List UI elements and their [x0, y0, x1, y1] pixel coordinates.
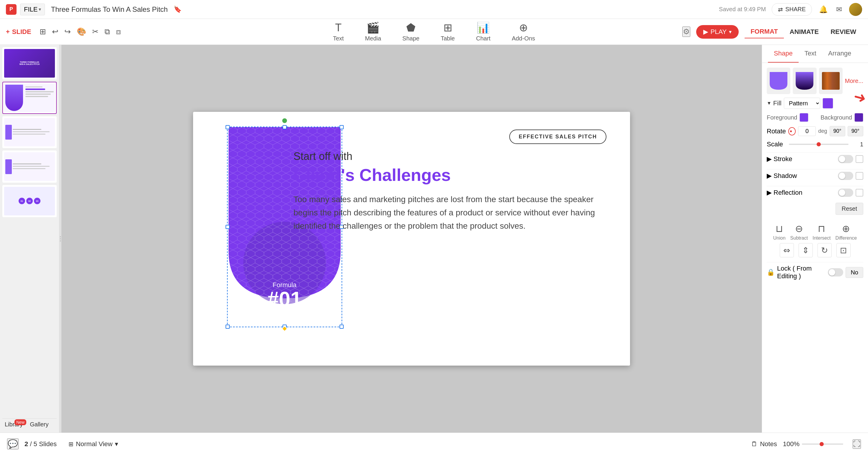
tab-text[interactable]: Text — [799, 45, 822, 63]
slide-canvas[interactable]: EFFECTIVE SALES PITCH — [193, 112, 630, 366]
flip-h-op[interactable]: ⇔ — [780, 243, 794, 257]
background-swatch[interactable] — [855, 113, 863, 122]
messages-icon[interactable]: ✉ — [835, 4, 843, 15]
subtract-op[interactable]: ⊖ Subtract — [790, 223, 808, 241]
slide-thumb-4[interactable]: 4 — [2, 151, 57, 183]
slide-add-button[interactable]: + SLIDE — [6, 28, 31, 36]
tab-shape[interactable]: Shape — [768, 45, 799, 63]
animate-tab[interactable]: ANIMATE — [784, 26, 825, 38]
handle-bottom-center[interactable] — [283, 325, 287, 329]
notes-button[interactable]: 🗒 Notes — [751, 440, 777, 448]
reflection-row: ▶ Reflection — [767, 186, 863, 199]
background-item: Background — [820, 113, 863, 122]
view-selector[interactable]: ⊞ Normal View ▾ — [68, 440, 118, 448]
text-tool[interactable]: T Text — [322, 19, 354, 44]
canvas-area: EFFECTIVE SALES PITCH — [61, 45, 762, 432]
grid-view-button[interactable]: ⊞ — [37, 25, 49, 38]
format-tab[interactable]: FORMAT — [745, 25, 783, 38]
crop-op[interactable]: ⊡ — [836, 243, 850, 257]
rotate-input[interactable] — [798, 126, 816, 136]
document-title: Three Formulas To Win A Sales Pitch — [51, 5, 168, 13]
settings-icon[interactable]: ⚙ — [682, 27, 690, 37]
paste-button[interactable]: ⧈ — [114, 25, 123, 38]
shape-preview-1[interactable] — [767, 68, 790, 94]
share-label: SHARE — [785, 6, 806, 13]
fill-type-select[interactable]: Pattern Solid Gradient None — [784, 98, 820, 109]
scale-label: Scale — [767, 140, 783, 148]
undo-button[interactable]: ↩ — [50, 25, 61, 38]
fullscreen-button[interactable]: ⛶ — [852, 440, 861, 449]
more-shapes-link[interactable]: More... — [845, 77, 863, 85]
fill-toggle[interactable]: ▼ Fill — [767, 99, 781, 107]
union-label: Union — [773, 235, 786, 241]
foreground-swatch[interactable] — [800, 113, 808, 122]
rotate-cw-button[interactable]: 90° — [848, 126, 863, 136]
review-tab[interactable]: REVIEW — [825, 26, 862, 38]
slide-thumb-2[interactable]: 2 — [2, 82, 57, 114]
media-tool[interactable]: 🎬 Media — [354, 19, 392, 44]
share-button[interactable]: ⇄ SHARE — [772, 3, 812, 15]
redo-button[interactable]: ↪ — [62, 25, 73, 38]
zoom-slider[interactable] — [802, 444, 843, 445]
difference-op[interactable]: ⊕ Difference — [836, 223, 857, 241]
top-bar: P FILE ▾ Three Formulas To Win A Sales P… — [0, 0, 868, 19]
shape-preview-2[interactable] — [793, 68, 816, 94]
reflection-checkbox[interactable] — [856, 189, 863, 197]
difference-label: Difference — [836, 235, 857, 241]
shape-tool[interactable]: ⬟ Shape — [392, 19, 430, 44]
stroke-toggle[interactable]: ▶ Stroke — [767, 155, 838, 163]
reflection-label: Reflection — [774, 189, 802, 197]
table-tool[interactable]: ⊞ Table — [430, 19, 466, 44]
notifications-icon[interactable]: 🔔 — [818, 4, 829, 15]
library-button[interactable]: Library New — [5, 421, 23, 428]
lock-toggle-switch[interactable] — [828, 268, 843, 277]
rotate-op[interactable]: ↻ — [817, 243, 832, 257]
lock-no-button[interactable]: No — [845, 267, 863, 278]
skew-handle[interactable] — [282, 326, 287, 332]
flip-v-op[interactable]: ⇕ — [799, 243, 813, 257]
chart-tool[interactable]: 📊 Chart — [465, 19, 501, 44]
format-painter-button[interactable]: 🎨 — [74, 25, 89, 38]
text-label: Text — [333, 35, 344, 42]
union-op[interactable]: ⊔ Union — [773, 223, 786, 241]
tab-arrange[interactable]: Arrange — [822, 45, 857, 63]
rotate-handle[interactable] — [282, 118, 287, 123]
chart-label: Chart — [476, 35, 490, 42]
slides-panel: 1 THREE FORMULASWIN A SALES PITCH 2 — [0, 45, 59, 432]
duplicate-button[interactable]: ⧉ — [102, 25, 113, 38]
shadow-checkbox[interactable] — [856, 172, 863, 180]
reset-button[interactable]: Reset — [836, 203, 863, 215]
avatar[interactable] — [849, 3, 862, 16]
boolean-ops-row: ⊔ Union ⊖ Subtract ⊓ Intersect ⊕ Differe… — [767, 223, 863, 241]
file-menu-button[interactable]: FILE ▾ — [20, 4, 45, 15]
scale-slider[interactable] — [789, 144, 848, 145]
shadow-toggle-switch[interactable] — [838, 172, 853, 180]
slide-thumb-5[interactable]: 5 01 02 03 — [2, 185, 57, 217]
stroke-toggle-switch[interactable] — [838, 155, 853, 163]
document-status-icon[interactable]: 🔖 — [174, 6, 182, 13]
chat-icon[interactable]: 💬 — [7, 438, 19, 449]
gallery-button[interactable]: Gallery — [30, 421, 49, 428]
reflection-toggle-switch[interactable] — [838, 189, 853, 197]
formula-number: #01 — [246, 289, 323, 310]
shape-preview-3[interactable] — [819, 68, 843, 94]
rotate-ccw-button[interactable]: 90° — [830, 126, 845, 136]
slide-thumb-3[interactable]: 3 — [2, 116, 57, 149]
slide-thumb-1[interactable]: 1 THREE FORMULASWIN A SALES PITCH — [2, 47, 57, 79]
cut-button[interactable]: ✂ — [90, 25, 101, 38]
fill-color-swatch[interactable] — [823, 98, 833, 108]
intersect-icon: ⊓ — [818, 223, 825, 234]
shape-icon: ⬟ — [406, 22, 415, 34]
handle-bottom-left[interactable] — [225, 325, 230, 329]
stroke-checkbox[interactable] — [856, 155, 863, 163]
play-button[interactable]: ▶ PLAY ▾ — [696, 25, 739, 39]
notes-label: Notes — [760, 440, 777, 448]
addons-tool[interactable]: ⊕ Add-Ons — [501, 19, 546, 44]
rotate-dial[interactable] — [788, 127, 796, 135]
intersect-op[interactable]: ⊓ Intersect — [812, 223, 831, 241]
shadow-toggle[interactable]: ▶ Shadow — [767, 172, 838, 180]
panel-divider[interactable] — [59, 45, 61, 432]
handle-bottom-right[interactable] — [340, 325, 344, 329]
foreground-label: Foreground — [767, 114, 797, 121]
reflection-toggle[interactable]: ▶ Reflection — [767, 189, 838, 197]
